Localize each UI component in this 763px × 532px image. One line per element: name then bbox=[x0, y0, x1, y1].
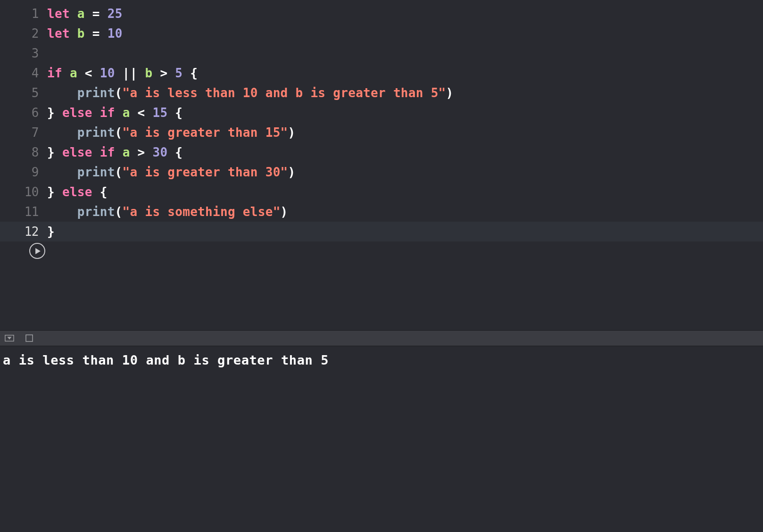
line-number: 8 bbox=[0, 142, 47, 162]
line-number: 3 bbox=[0, 43, 47, 63]
code-line[interactable]: 1let a = 25 bbox=[0, 4, 763, 24]
code-line[interactable]: 5 print("a is less than 10 and b is grea… bbox=[0, 83, 763, 103]
code-content[interactable]: } else { bbox=[47, 182, 108, 202]
line-number: 2 bbox=[0, 24, 47, 43]
code-content[interactable]: print("a is greater than 30") bbox=[47, 162, 296, 182]
line-number: 4 bbox=[0, 63, 47, 83]
code-line[interactable]: 8} else if a > 30 { bbox=[0, 142, 763, 162]
console-output-text: a is less than 10 and b is greater than … bbox=[3, 353, 329, 367]
code-content[interactable]: print("a is less than 10 and b is greate… bbox=[47, 83, 454, 103]
code-line[interactable]: 11 print("a is something else") bbox=[0, 202, 763, 222]
code-editor[interactable]: 1let a = 252let b = 1034if a < 10 || b >… bbox=[0, 0, 763, 330]
console-dropdown-icon[interactable] bbox=[5, 333, 14, 343]
play-icon bbox=[35, 248, 41, 254]
code-content[interactable]: let a = 25 bbox=[47, 4, 123, 24]
code-content[interactable]: print("a is greater than 15") bbox=[47, 123, 296, 142]
code-content[interactable]: } else if a > 30 { bbox=[47, 142, 182, 162]
code-line[interactable]: 4if a < 10 || b > 5 { bbox=[0, 63, 763, 83]
code-content[interactable]: } bbox=[47, 222, 55, 241]
code-line[interactable]: 6} else if a < 15 { bbox=[0, 103, 763, 123]
console-toolbar bbox=[0, 330, 763, 346]
code-line[interactable]: 12} bbox=[0, 222, 763, 241]
code-content[interactable]: print("a is something else") bbox=[47, 202, 288, 222]
line-number: 6 bbox=[0, 103, 47, 123]
line-number: 10 bbox=[0, 182, 47, 202]
line-number: 9 bbox=[0, 162, 47, 182]
code-line[interactable]: 10} else { bbox=[0, 182, 763, 202]
run-button[interactable] bbox=[29, 243, 45, 259]
code-line[interactable]: 3 bbox=[0, 43, 763, 63]
code-line[interactable]: 2let b = 10 bbox=[0, 24, 763, 43]
code-content[interactable]: let b = 10 bbox=[47, 24, 123, 43]
code-line[interactable]: 7 print("a is greater than 15") bbox=[0, 123, 763, 142]
line-number: 11 bbox=[0, 202, 47, 222]
line-number: 12 bbox=[0, 222, 47, 241]
console-panel-icon[interactable] bbox=[25, 333, 34, 343]
line-number: 7 bbox=[0, 123, 47, 142]
code-line[interactable]: 9 print("a is greater than 30") bbox=[0, 162, 763, 182]
console-output: a is less than 10 and b is greater than … bbox=[0, 346, 763, 532]
code-content[interactable]: if a < 10 || b > 5 { bbox=[47, 63, 198, 83]
line-number: 1 bbox=[0, 4, 47, 24]
line-number: 5 bbox=[0, 83, 47, 103]
svg-rect-1 bbox=[26, 335, 33, 341]
code-content[interactable]: } else if a < 15 { bbox=[47, 103, 182, 123]
